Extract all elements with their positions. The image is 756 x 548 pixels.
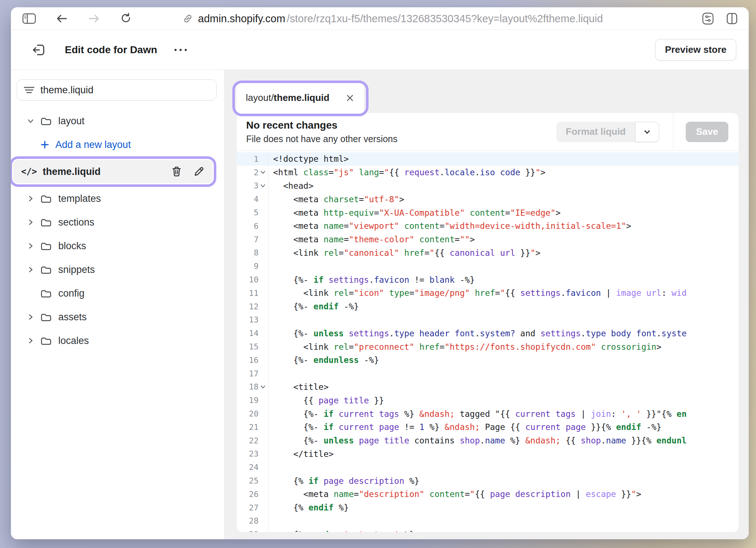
code-text[interactable]: <!doctype html>: [268, 154, 739, 164]
code-line[interactable]: 27 {% endif %}: [237, 501, 739, 514]
sidebar-item-blocks[interactable]: blocks: [11, 234, 224, 258]
code-text[interactable]: {%- endif -%}: [268, 302, 739, 311]
forward-icon[interactable]: [87, 13, 101, 24]
delete-file-icon[interactable]: [171, 166, 182, 177]
code-line[interactable]: 24: [237, 461, 739, 474]
code-line[interactable]: 6 <meta name="viewport" content="width=d…: [237, 219, 739, 233]
code-line[interactable]: 20 {%- if current_tags %} &ndash; tagged…: [237, 407, 739, 420]
save-button[interactable]: Save: [686, 122, 728, 142]
code-line[interactable]: 10 {%- if settings.favicon != blank -%}: [237, 273, 739, 286]
line-number-gutter: 19: [237, 394, 268, 407]
sidebar-item-assets[interactable]: assets: [11, 305, 224, 329]
chevron-right-icon[interactable]: [25, 336, 36, 345]
chevron-right-icon[interactable]: [25, 218, 36, 227]
code-text[interactable]: {%- unless settings.type_header_font.sys…: [268, 329, 739, 338]
code-line[interactable]: 21 {%- if current_page != 1 %} &ndash; P…: [237, 420, 739, 434]
code-text[interactable]: {%- endunless -%}: [268, 355, 739, 365]
code-line[interactable]: 4 <meta charset="utf-8">: [237, 192, 739, 206]
tab-layout-theme-liquid[interactable]: layout/theme.liquid: [236, 82, 364, 113]
code-line[interactable]: 8 <link rel="canonical" href="{{ canonic…: [237, 246, 739, 260]
sidebar-item-config[interactable]: config: [11, 282, 224, 305]
sidebar-item-sections[interactable]: sections: [11, 211, 224, 234]
code-text[interactable]: <meta http-equiv="X-UA-Compatible" conte…: [268, 208, 739, 218]
code-text[interactable]: {% if page_description %}: [268, 476, 739, 486]
chevron-right-icon[interactable]: [25, 241, 36, 251]
sidebar-item-theme-liquid-selected[interactable]: </> theme.liquid: [13, 160, 213, 183]
code-line[interactable]: 5 <meta http-equiv="X-UA-Compatible" con…: [237, 206, 739, 219]
code-line[interactable]: 16 {%- endunless -%}: [237, 353, 739, 367]
format-options-caret[interactable]: [635, 122, 659, 142]
code-text[interactable]: {{ page_title }}: [268, 396, 739, 405]
rename-file-icon[interactable]: [193, 166, 205, 177]
reload-icon[interactable]: [119, 12, 133, 25]
code-text[interactable]: <meta charset="utf-8">: [268, 195, 739, 204]
code-text[interactable]: <link rel="canonical" href="{{ canonical…: [268, 248, 739, 258]
line-number: 19: [249, 396, 259, 405]
code-line[interactable]: 12 {%- endif -%}: [237, 300, 739, 313]
code-text[interactable]: <html class="js" lang="{{ request.locale…: [268, 168, 739, 177]
fold-toggle-icon[interactable]: [259, 384, 267, 390]
code-text[interactable]: <link rel="preconnect" href="https://fon…: [268, 342, 739, 352]
back-icon[interactable]: [55, 13, 68, 24]
code-text[interactable]: <meta name="description" content="{{ pag…: [268, 489, 739, 499]
close-tab-icon[interactable]: [346, 94, 354, 102]
code-line[interactable]: 14 {%- unless settings.type_header_font.…: [237, 326, 739, 340]
fold-toggle-icon[interactable]: [259, 183, 267, 189]
sidebar-item-locales[interactable]: locales: [11, 329, 224, 352]
file-search-input[interactable]: [40, 85, 210, 96]
code-line[interactable]: 23 </title>: [237, 447, 739, 461]
file-search[interactable]: [17, 79, 217, 101]
code-text[interactable]: <head>: [268, 181, 739, 191]
code-line[interactable]: 17: [237, 367, 739, 380]
code-line[interactable]: 13: [237, 313, 739, 327]
sidebar-item-layout[interactable]: layout: [11, 109, 224, 133]
code-text[interactable]: {%- if current_tags %} &ndash; tagged "{…: [268, 409, 739, 419]
chevron-right-icon[interactable]: [25, 312, 36, 322]
split-view-icon[interactable]: [725, 11, 739, 26]
chevron-right-icon[interactable]: [25, 194, 36, 203]
code-line[interactable]: 25 {% if page_description %}: [237, 474, 739, 488]
code-text[interactable]: {%- unless page_title contains shop.name…: [268, 436, 739, 445]
line-number-gutter: 27: [237, 501, 268, 514]
fold-toggle-icon[interactable]: [259, 169, 267, 176]
exit-editor-icon[interactable]: [31, 43, 46, 57]
page-settings-icon[interactable]: [701, 11, 715, 26]
code-line[interactable]: 7 <meta name="theme-color" content="">: [237, 233, 739, 246]
chevron-down-icon[interactable]: [25, 116, 36, 126]
code-line[interactable]: 9: [237, 259, 739, 273]
code-line[interactable]: 19 {{ page_title }}: [237, 394, 739, 407]
sidebar-toggle-icon[interactable]: [22, 12, 36, 25]
code-text[interactable]: {%- if settings.favicon != blank -%}: [268, 275, 739, 285]
code-line[interactable]: 11 <link rel="icon" type="image/png" hre…: [237, 286, 739, 300]
add-new-layout-button[interactable]: Add a new layout: [11, 133, 224, 156]
code-line[interactable]: 29 {% render 'meta-tags' %}: [237, 528, 739, 532]
sidebar-item-label: config: [58, 288, 84, 299]
code-line[interactable]: 3 <head>: [237, 179, 739, 193]
code-line[interactable]: 18 <title>: [237, 380, 739, 394]
sidebar-item-snippets[interactable]: snippets: [11, 258, 224, 281]
code-line[interactable]: 28: [237, 514, 739, 528]
format-liquid-button[interactable]: Format liquid: [556, 122, 659, 142]
code-line[interactable]: 22 {%- unless page_title contains shop.n…: [237, 434, 739, 447]
address-bar[interactable]: admin.shopify.com/store/rzq1xu-f5/themes…: [182, 7, 603, 30]
code-text[interactable]: {% endif %}: [268, 503, 739, 512]
code-text[interactable]: <link rel="icon" type="image/png" href="…: [268, 288, 739, 298]
code-text[interactable]: {% render 'meta-tags' %}: [268, 530, 739, 532]
code-text[interactable]: <meta name="viewport" content="width=dev…: [268, 221, 739, 231]
sidebar-item-templates[interactable]: templates: [11, 187, 224, 210]
chevron-right-icon[interactable]: [25, 265, 36, 274]
code-line[interactable]: 26 <meta name="description" content="{{ …: [237, 488, 739, 501]
code-editor[interactable]: 1<!doctype html>2<html class="js" lang="…: [237, 151, 739, 532]
preview-store-button[interactable]: Preview store: [655, 39, 736, 60]
code-text[interactable]: {%- if current_page != 1 %} &ndash; Page…: [268, 422, 739, 432]
more-actions-icon[interactable]: [173, 48, 189, 52]
code-line[interactable]: 2<html class="js" lang="{{ request.local…: [237, 166, 739, 179]
code-line[interactable]: 1<!doctype html>: [237, 152, 739, 166]
line-number-gutter: 8: [237, 246, 268, 260]
code-text[interactable]: <title>: [268, 382, 739, 392]
line-number-gutter: 2: [237, 166, 268, 179]
code-text[interactable]: <meta name="theme-color" content="">: [268, 235, 739, 244]
code-text[interactable]: </title>: [268, 449, 739, 459]
code-line[interactable]: 15 <link rel="preconnect" href="https://…: [237, 340, 739, 353]
line-number-gutter: 17: [237, 367, 268, 380]
